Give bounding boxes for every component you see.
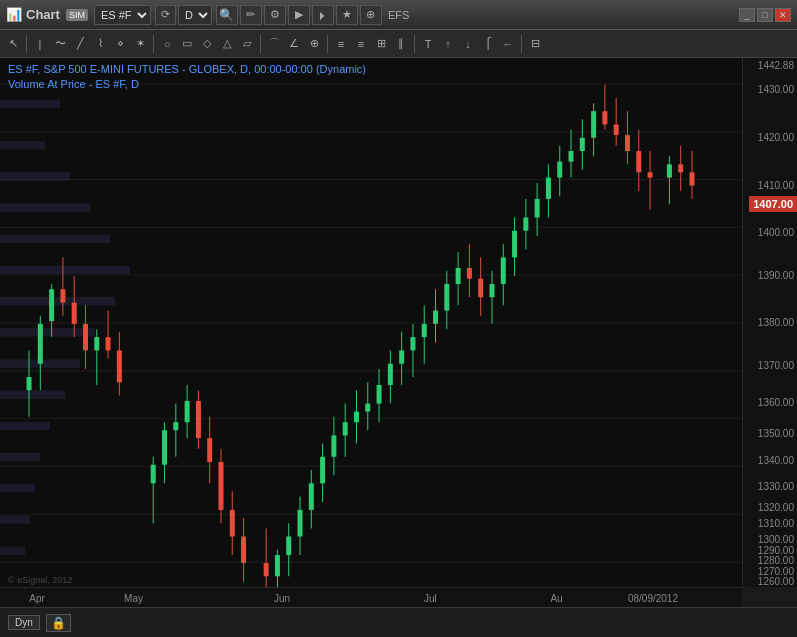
line-tool[interactable]: ╱ xyxy=(71,35,89,52)
main-chart[interactable] xyxy=(0,58,742,587)
search-btn[interactable]: 🔍 xyxy=(216,5,238,25)
time-label-date: 08/09/2012 xyxy=(628,593,678,604)
svg-rect-65 xyxy=(275,555,280,576)
triangle-tool[interactable]: △ xyxy=(218,35,236,52)
svg-rect-18 xyxy=(0,328,95,336)
hline-tool[interactable]: ≡ xyxy=(332,36,350,52)
svg-rect-119 xyxy=(580,138,585,151)
star-tool[interactable]: ✶ xyxy=(131,35,149,52)
price-axis: 1442.88 1430.00 1420.00 1410.00 1400.00 … xyxy=(742,58,797,587)
efs-label: EFS xyxy=(388,9,409,21)
svg-rect-109 xyxy=(523,217,528,230)
window-controls: _ □ ✕ xyxy=(739,8,791,22)
timeframe-dropdown[interactable]: D xyxy=(178,5,212,25)
maximize-btn[interactable]: □ xyxy=(757,8,773,22)
drawing-toolbar: ↖ | 〜 ╱ ⌇ ⋄ ✶ ○ ▭ ◇ △ ▱ ⌒ ∠ ⊕ ≡ ≡ ⊞ ∥ T … xyxy=(0,30,797,58)
chart-info-line1: ES #F, S&P 500 E-MINI FUTURES - GLOBEX, … xyxy=(8,62,366,77)
close-btn[interactable]: ✕ xyxy=(775,8,791,22)
price-1390: 1390.00 xyxy=(758,270,794,281)
svg-rect-95 xyxy=(444,284,449,311)
price-1320: 1320.00 xyxy=(758,502,794,513)
svg-rect-77 xyxy=(343,422,348,435)
up-arrow-tool[interactable]: ↑ xyxy=(439,36,457,52)
svg-rect-29 xyxy=(38,324,43,364)
diamond-tool[interactable]: ◇ xyxy=(198,35,216,52)
price-1340: 1340.00 xyxy=(758,455,794,466)
separator-3 xyxy=(260,35,261,53)
svg-rect-91 xyxy=(422,324,427,337)
svg-rect-16 xyxy=(0,266,130,274)
svg-rect-79 xyxy=(354,412,359,423)
separator-1 xyxy=(26,35,27,53)
arc-tool[interactable]: ⌒ xyxy=(265,34,283,53)
lock-btn[interactable]: 🔒 xyxy=(46,614,71,632)
vertical-line-tool[interactable]: | xyxy=(31,36,49,52)
rect-tool[interactable]: ▭ xyxy=(178,35,196,52)
cursor-tool[interactable]: ↖ xyxy=(4,35,22,52)
svg-rect-37 xyxy=(83,324,88,351)
angle-tool[interactable]: ∠ xyxy=(285,35,303,52)
svg-rect-71 xyxy=(309,483,314,510)
svg-rect-47 xyxy=(162,430,167,465)
svg-rect-87 xyxy=(399,350,404,363)
play2-btn[interactable]: ⏵ xyxy=(312,5,334,25)
time-axis: Apr May Jun Jul Au 08/09/2012 xyxy=(0,587,742,607)
draw-btn[interactable]: ✏ xyxy=(240,5,262,25)
svg-rect-107 xyxy=(512,231,517,258)
svg-rect-125 xyxy=(614,124,619,135)
parallelogram-tool[interactable]: ▱ xyxy=(238,35,256,52)
edit-btn[interactable]: ⚙ xyxy=(264,5,286,25)
price-1260: 1260.00 xyxy=(758,576,794,587)
ellipse-tool[interactable]: ○ xyxy=(158,36,176,52)
svg-rect-55 xyxy=(207,438,212,462)
price-1270: 1270.00 xyxy=(758,566,794,577)
star-btn[interactable]: ★ xyxy=(336,5,358,25)
svg-rect-39 xyxy=(94,337,99,350)
price-1360: 1360.00 xyxy=(758,397,794,408)
dyn-btn[interactable]: Dyn xyxy=(8,615,40,630)
chart-container: ES #F, S&P 500 E-MINI FUTURES - GLOBEX, … xyxy=(0,58,797,607)
time-label-apr: Apr xyxy=(29,593,45,604)
svg-rect-137 xyxy=(689,172,694,185)
bracket2-tool[interactable]: ⎧ xyxy=(479,35,497,52)
hlines-tool[interactable]: ≡ xyxy=(352,36,370,52)
svg-rect-105 xyxy=(501,257,506,284)
trend-line-tool[interactable]: 〜 xyxy=(51,34,69,53)
copyright: © eSignal, 2012 xyxy=(8,575,72,585)
svg-rect-83 xyxy=(377,385,382,404)
separator-5 xyxy=(414,35,415,53)
down-arrow-tool[interactable]: ↓ xyxy=(459,36,477,52)
svg-rect-12 xyxy=(0,141,45,149)
chart-info: ES #F, S&P 500 E-MINI FUTURES - GLOBEX, … xyxy=(8,62,366,93)
svg-rect-99 xyxy=(467,268,472,279)
text-tool[interactable]: T xyxy=(419,36,437,52)
svg-rect-121 xyxy=(591,111,596,138)
ray-tool[interactable]: ⌇ xyxy=(91,35,109,52)
cross-tool[interactable]: ⊕ xyxy=(305,35,323,52)
svg-rect-49 xyxy=(173,422,178,430)
svg-rect-59 xyxy=(230,510,235,537)
time-label-jul: Jul xyxy=(424,593,437,604)
svg-rect-17 xyxy=(0,297,115,305)
svg-rect-85 xyxy=(388,364,393,385)
play-btn[interactable]: ▶ xyxy=(288,5,310,25)
grid2-tool[interactable]: ⊟ xyxy=(526,35,544,52)
svg-rect-13 xyxy=(0,172,70,180)
high-price-label: 1442.88 xyxy=(758,60,794,71)
bracket-tool[interactable]: ⋄ xyxy=(111,35,129,52)
svg-rect-103 xyxy=(489,284,494,297)
minimize-btn[interactable]: _ xyxy=(739,8,755,22)
price-1350: 1350.00 xyxy=(758,428,794,439)
grid-tool[interactable]: ⊞ xyxy=(372,35,390,52)
separator-4 xyxy=(327,35,328,53)
svg-rect-23 xyxy=(0,484,35,492)
svg-rect-51 xyxy=(185,401,190,422)
svg-rect-69 xyxy=(298,510,303,537)
left-arrow-tool[interactable]: ← xyxy=(499,36,517,52)
reload-btn[interactable]: ⟳ xyxy=(155,5,176,25)
link-btn[interactable]: ⊕ xyxy=(360,5,382,25)
parallel-lines-tool[interactable]: ∥ xyxy=(392,35,410,52)
svg-rect-43 xyxy=(117,350,122,382)
svg-rect-67 xyxy=(286,536,291,555)
symbol-dropdown[interactable]: ES #F xyxy=(94,5,151,25)
